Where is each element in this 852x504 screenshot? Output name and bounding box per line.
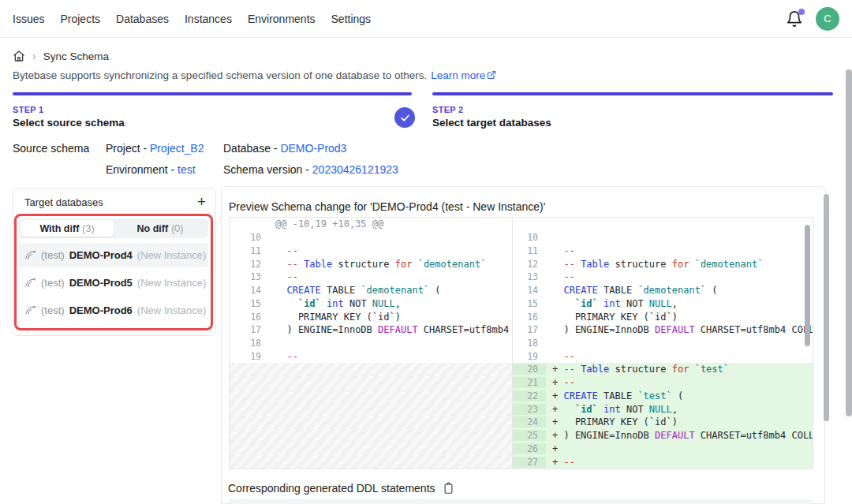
diff-code-line: 19 -- <box>513 349 813 363</box>
copy-ddl-icon[interactable] <box>443 482 454 495</box>
diff-code-line: 20+ -- Table structure for `test` <box>513 363 813 376</box>
add-target-database-button[interactable]: + <box>197 196 206 208</box>
diff-filler-line <box>230 402 512 416</box>
diff-code-line: 27+ -- <box>513 455 813 469</box>
chevron-right-icon: › <box>32 50 36 62</box>
diff-code-line: 12 -- Table structure for `demotenant` <box>230 257 512 271</box>
description-text: Bytebase supports synchronizing a specif… <box>13 69 427 81</box>
diff-code-line: 16 PRIMARY KEY (`id`) <box>513 310 813 323</box>
line-number: 14 <box>513 285 546 296</box>
nav-item-databases[interactable]: Databases <box>116 13 169 25</box>
line-number: 18 <box>230 338 269 349</box>
diff-code-line: 25+ ) ENGINE=InnoDB DEFAULT CHARSET=utf8… <box>513 429 813 442</box>
line-number: 25 <box>513 430 546 441</box>
learn-more-link[interactable]: Learn more <box>431 69 496 81</box>
source-schema-label: Source schema <box>13 142 89 155</box>
diff-filler-line <box>230 376 512 390</box>
source-database-field: Database - DEMO-Prod3 <box>223 142 346 155</box>
nav-item-settings[interactable]: Settings <box>331 13 372 25</box>
diff-filler-line <box>230 429 512 442</box>
home-icon[interactable] <box>13 50 25 62</box>
diff-code-line: 17 ) ENGINE=InnoDB DEFAULT CHARSET=utf8m… <box>513 323 813 337</box>
page-scrollbar-thumb[interactable] <box>846 69 852 416</box>
step2-progress-bar <box>432 92 833 95</box>
diff-code-line: 26+ <box>513 442 813 455</box>
diff-code-line: 10 <box>513 231 813 245</box>
diff-filler-line <box>230 442 512 455</box>
diff-code-line: 16 PRIMARY KEY (`id`) <box>230 310 512 323</box>
page-description: Bytebase supports synchronizing a specif… <box>13 69 496 81</box>
line-number: 19 <box>230 351 269 362</box>
line-number: 18 <box>513 338 546 349</box>
diff-code-line: 13 -- <box>230 271 512 284</box>
diff-code-line: 18 <box>230 337 512 350</box>
step-2[interactable]: STEP 2 Select target databases <box>432 105 551 129</box>
diff-code-line: 17 ) ENGINE=InnoDB DEFAULT CHARSET=utf8m… <box>230 323 512 337</box>
avatar[interactable]: C <box>816 7 839 31</box>
breadcrumb: › Sync Schema <box>13 50 109 62</box>
diff-filler-line <box>230 455 512 469</box>
line-number: 10 <box>230 232 269 243</box>
line-number: 22 <box>513 390 546 401</box>
source-project-link[interactable]: Project_B2 <box>150 142 204 155</box>
step1-label: Select source schema <box>13 117 125 129</box>
diff-code-line: 15 `id` int NOT NULL, <box>513 297 813 310</box>
target-db-item-demo-prod5[interactable]: (test) DEMO-Prod5 (New Instance) <box>19 271 208 295</box>
target-highlight-box: With diff(3) No diff(0) (test) DEMO-Prod… <box>14 214 213 330</box>
card-scrollbar-thumb[interactable] <box>824 194 829 421</box>
diff-code-line: 11 -- <box>513 244 813 257</box>
line-number: 24 <box>513 416 546 427</box>
ddl-title: Corresponding generated DDL statements <box>228 482 435 495</box>
target-panel-header: Target databases + <box>13 189 215 213</box>
diff-pane-original: @@ -10,19 +10,35 @@1011 --12 -- Table st… <box>230 218 513 469</box>
nav-item-environments[interactable]: Environments <box>248 13 316 25</box>
nav-item-issues[interactable]: Issues <box>13 13 44 25</box>
nav-item-projects[interactable]: Projects <box>60 13 100 25</box>
line-number: 11 <box>230 245 269 256</box>
diff-filler-line <box>230 390 512 403</box>
notification-dot <box>798 9 805 15</box>
diff-code-line: @@ -10,19 +10,35 @@ <box>230 218 512 231</box>
step-1[interactable]: STEP 1 Select source schema <box>13 105 125 129</box>
line-number: 12 <box>230 259 269 270</box>
diff-code-line: 22+ CREATE TABLE `test` ( <box>513 390 813 403</box>
line-number: 19 <box>513 351 546 362</box>
diff-code-line: 21+ -- <box>513 376 813 390</box>
ddl-section-header: Corresponding generated DDL statements <box>228 482 454 495</box>
diff-code-line: 18 <box>513 337 813 350</box>
diff-filter-tabs: With diff(3) No diff(0) <box>19 218 208 238</box>
line-number: 11 <box>513 245 546 256</box>
source-environment-link[interactable]: test <box>178 163 196 176</box>
diff-code-line: 15 `id` int NOT NULL, <box>230 297 512 310</box>
sync-schema-page: Issues Projects Databases Instances Envi… <box>0 0 852 504</box>
target-db-item-demo-prod6[interactable]: (test) DEMO-Prod6 (New Instance) <box>19 298 208 323</box>
tab-with-diff[interactable]: With diff(3) <box>21 220 114 237</box>
diff-pane-modified: 1011 --12 -- Table structure for `demote… <box>513 218 813 469</box>
top-navbar: Issues Projects Databases Instances Envi… <box>0 0 852 38</box>
diff-code-line: 11 -- <box>230 244 512 257</box>
line-number: 27 <box>513 457 546 468</box>
external-link-icon <box>487 69 496 81</box>
line-number: 17 <box>230 324 269 335</box>
source-version-field: Schema version - 20230426121923 <box>223 163 398 176</box>
notifications-bell-icon[interactable] <box>786 10 803 28</box>
line-number: 17 <box>513 324 546 335</box>
source-environment-field: Environment - test <box>106 163 196 176</box>
line-number: 26 <box>513 443 546 454</box>
source-project-field: Project - Project_B2 <box>106 142 204 155</box>
source-database-link[interactable]: DEMO-Prod3 <box>280 142 346 155</box>
step1-completed-check-icon <box>394 107 415 128</box>
editor-scrollbar-thumb[interactable] <box>805 225 810 346</box>
topbar-right: C <box>786 7 839 31</box>
source-version-link[interactable]: 20230426121923 <box>312 163 398 176</box>
preview-card: Preview Schema change for 'DEMO-Prod4 (t… <box>221 186 825 504</box>
diff-code-line: 19 -- <box>230 349 512 363</box>
target-db-item-demo-prod4[interactable]: (test) DEMO-Prod4 (New Instance) <box>19 243 208 267</box>
nav-item-instances[interactable]: Instances <box>185 13 232 25</box>
diff-code-line: 10 <box>230 231 512 245</box>
diff-code-line <box>513 218 813 231</box>
diff-code-line: 14 CREATE TABLE `demotenant` ( <box>513 284 813 297</box>
nav-items: Issues Projects Databases Instances Envi… <box>13 13 371 25</box>
step1-progress-bar <box>13 92 412 95</box>
tab-no-diff[interactable]: No diff(0) <box>114 220 207 237</box>
